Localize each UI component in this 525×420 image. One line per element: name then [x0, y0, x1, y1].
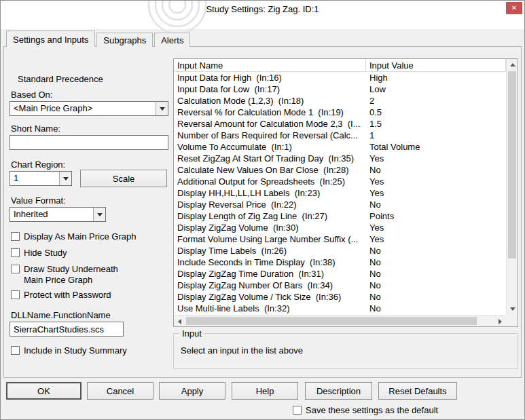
tab-alerts[interactable]: Alerts — [154, 33, 190, 47]
table-row[interactable]: Display Time Labels (In:26)No — [174, 245, 506, 256]
input-name-cell[interactable]: Volume To Accumulate (In:1) — [174, 141, 366, 153]
input-value-cell[interactable]: Points — [366, 210, 506, 222]
input-name-cell[interactable]: Reset ZigZag At Start Of Trading Day (In… — [174, 153, 366, 164]
table-row[interactable]: Display ZigZag Volume / Tick Size (In:36… — [174, 291, 506, 303]
table-row[interactable]: Display Length of Zig Zag Line (In:27)Po… — [174, 210, 506, 222]
input-value-cell[interactable]: No — [366, 280, 506, 291]
input-name-cell[interactable]: Reversal Amount for Calculation Mode 2,3… — [174, 118, 366, 130]
ok-button[interactable]: OK — [6, 382, 82, 400]
table-row[interactable]: Display ZigZag Number Of Bars (In:34)No — [174, 280, 506, 291]
input-name-cell[interactable]: Reversal % for Calculation Mode 1 (In:19… — [174, 107, 366, 118]
chevron-down-icon[interactable] — [156, 102, 168, 115]
input-name-cell[interactable]: Display Length of Zig Zag Line (In:27) — [174, 210, 366, 222]
table-row[interactable]: Format Volume Using Large Number Suffix … — [174, 233, 506, 245]
input-value-cell[interactable]: No — [366, 303, 506, 314]
checkbox-box[interactable] — [11, 232, 20, 241]
tab-settings-and-inputs[interactable]: Settings and Inputs — [6, 31, 95, 47]
input-value-cell[interactable]: Yes — [366, 233, 506, 245]
input-value-cell[interactable]: Total Volume — [366, 141, 506, 153]
input-value-cell[interactable]: No — [366, 164, 506, 176]
checkbox-display-as-main-price-graph[interactable]: Display As Main Price Graph — [11, 231, 167, 242]
checkbox-hide-study[interactable]: Hide Study — [11, 248, 167, 259]
apply-button[interactable]: Apply — [159, 382, 225, 400]
input-name-cell[interactable]: Display ZigZag Volume / Tick Size (In:36… — [174, 291, 366, 303]
chevron-down-icon[interactable] — [93, 208, 105, 221]
input-value-cell[interactable]: Yes — [366, 187, 506, 199]
chart-region-select[interactable]: 1 — [10, 171, 72, 186]
checkbox-draw-study-underneath[interactable]: Draw Study Underneath Main Price Graph — [11, 264, 137, 286]
description-button[interactable]: Description — [305, 382, 372, 400]
short-name-input[interactable] — [10, 135, 168, 150]
checkbox-box[interactable] — [11, 248, 20, 257]
table-row[interactable]: Input Data for High (In:16)High — [174, 72, 506, 83]
help-button[interactable]: Help — [232, 382, 298, 400]
horizontal-scrollbar[interactable] — [174, 315, 506, 326]
column-header-input-value[interactable]: Input Value — [366, 59, 506, 71]
scale-button[interactable]: Scale — [80, 170, 167, 187]
table-row[interactable]: Reversal % for Calculation Mode 1 (In:19… — [174, 107, 506, 118]
input-name-cell[interactable]: Display ZigZag Number Of Bars (In:34) — [174, 280, 366, 291]
table-row[interactable]: Use Multi-line Labels (In:32)No — [174, 303, 506, 314]
input-value-cell[interactable]: Yes — [366, 222, 506, 233]
checkbox-save-settings-default[interactable]: Save these settings as the default — [293, 405, 463, 416]
chevron-down-icon[interactable] — [59, 172, 71, 185]
input-name-cell[interactable]: Display Reversal Price (In:22) — [174, 199, 366, 210]
table-row[interactable]: Reset ZigZag At Start Of Trading Day (In… — [174, 153, 506, 164]
table-row[interactable]: Include Seconds in Time Display (In:38)N… — [174, 256, 506, 268]
checkbox-box[interactable] — [11, 290, 20, 299]
input-value-cell[interactable]: Yes — [366, 153, 506, 164]
table-row[interactable]: Input Data for Low (In:17)Low — [174, 83, 506, 95]
table-row[interactable]: Reversal Amount for Calculation Mode 2,3… — [174, 118, 506, 130]
table-row[interactable]: Additional Output for Spreadsheets (In:2… — [174, 176, 506, 187]
input-name-cell[interactable]: Additional Output for Spreadsheets (In:2… — [174, 176, 366, 187]
input-value-cell[interactable]: 1 — [366, 130, 506, 141]
vertical-scrollbar[interactable] — [506, 59, 518, 315]
input-name-cell[interactable]: Display ZigZag Time Duration (In:31) — [174, 268, 366, 280]
input-value-cell[interactable]: 2 — [366, 95, 506, 107]
scroll-down-icon[interactable] — [507, 303, 518, 315]
tab-subgraphs[interactable]: Subgraphs — [96, 33, 153, 47]
input-value-cell[interactable]: Yes — [366, 176, 506, 187]
table-row[interactable]: Display Reversal Price (In:22)No — [174, 199, 506, 210]
scroll-left-icon[interactable] — [174, 316, 185, 327]
input-value-cell[interactable]: 1.5 — [366, 118, 506, 130]
horizontal-scroll-thumb[interactable] — [186, 317, 477, 325]
input-name-cell[interactable]: Input Data for High (In:16) — [174, 72, 366, 83]
input-name-cell[interactable]: Format Volume Using Large Number Suffix … — [174, 233, 366, 245]
input-value-cell[interactable]: High — [366, 72, 506, 83]
input-name-cell[interactable]: Use Multi-line Labels (In:32) — [174, 303, 366, 314]
value-format-select[interactable]: Inherited — [10, 207, 106, 222]
input-value-cell[interactable]: No — [366, 245, 506, 256]
table-row[interactable]: Number of Bars Required for Reversal (Ca… — [174, 130, 506, 141]
input-name-cell[interactable]: Display ZigZag Volume (In:30) — [174, 222, 366, 233]
table-row[interactable]: Display HH,HL,LL,LH Labels (In:23)Yes — [174, 187, 506, 199]
checkbox-protect-with-password[interactable]: Protect with Password — [11, 290, 167, 301]
scroll-right-icon[interactable] — [494, 316, 506, 327]
close-button[interactable]: ✕ — [506, 2, 522, 14]
scroll-up-icon[interactable] — [507, 59, 518, 71]
input-name-cell[interactable]: Number of Bars Required for Reversal (Ca… — [174, 130, 366, 141]
cancel-button[interactable]: Cancel — [87, 382, 153, 400]
input-value-cell[interactable]: 0.5 — [366, 107, 506, 118]
input-value-cell[interactable]: No — [366, 199, 506, 210]
input-value-cell[interactable]: No — [366, 291, 506, 303]
checkbox-box[interactable] — [11, 346, 20, 355]
checkbox-include-in-study-summary[interactable]: Include in Study Summary — [11, 345, 167, 356]
input-value-cell[interactable]: No — [366, 268, 506, 280]
checkbox-box[interactable] — [293, 406, 302, 415]
input-name-cell[interactable]: Include Seconds in Time Display (In:38) — [174, 256, 366, 268]
input-value-cell[interactable]: No — [366, 256, 506, 268]
table-row[interactable]: Display ZigZag Time Duration (In:31)No — [174, 268, 506, 280]
dll-function-name-input[interactable] — [10, 322, 124, 337]
table-row[interactable]: Display ZigZag Volume (In:30)Yes — [174, 222, 506, 233]
input-name-cell[interactable]: Input Data for Low (In:17) — [174, 83, 366, 95]
vertical-scroll-thumb[interactable] — [508, 71, 516, 259]
reset-defaults-button[interactable]: Reset Defaults — [378, 382, 457, 400]
checkbox-box[interactable] — [11, 265, 20, 273]
input-name-cell[interactable]: Calculation Mode (1,2,3) (In:18) — [174, 95, 366, 107]
table-row[interactable]: Calculation Mode (1,2,3) (In:18)2 — [174, 95, 506, 107]
input-name-cell[interactable]: Display Time Labels (In:26) — [174, 245, 366, 256]
table-row[interactable]: Calculate New Values On Bar Close (In:28… — [174, 164, 506, 176]
input-name-cell[interactable]: Calculate New Values On Bar Close (In:28… — [174, 164, 366, 176]
table-row[interactable]: Volume To Accumulate (In:1)Total Volume — [174, 141, 506, 153]
